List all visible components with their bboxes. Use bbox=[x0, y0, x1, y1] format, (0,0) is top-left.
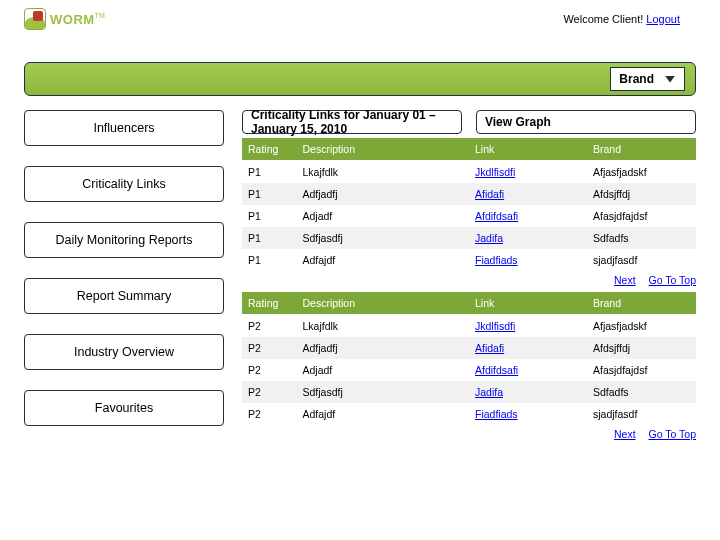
table-row: P1LkajfdlkJkdlfisdfiAfjasfjadskf bbox=[242, 161, 696, 184]
table-row: P1AdfjadfjAfidafiAfdsjffdj bbox=[242, 183, 696, 205]
table-row: P2SdfjasdfjJadifaSdfadfs bbox=[242, 381, 696, 403]
page-title: Criticality Links for January 01 – Janua… bbox=[242, 110, 462, 134]
chevron-down-icon bbox=[664, 73, 676, 85]
col-rating: Rating bbox=[242, 292, 296, 315]
table-p1: Rating Description Link Brand P1Lkajfdlk… bbox=[242, 138, 696, 271]
brand-bar: Brand bbox=[24, 62, 696, 96]
col-brand: Brand bbox=[587, 138, 696, 161]
view-graph-button[interactable]: View Graph bbox=[476, 110, 696, 134]
go-to-top-link[interactable]: Go To Top bbox=[649, 428, 696, 440]
row-link[interactable]: Afdifdsafi bbox=[475, 210, 518, 222]
next-link[interactable]: Next bbox=[614, 428, 636, 440]
header: WORMTM Welcome Client! Logout bbox=[0, 0, 720, 34]
nav-links-2: Next Go To Top bbox=[242, 425, 696, 446]
brand-dropdown-label: Brand bbox=[619, 72, 654, 86]
row-link[interactable]: Afidafi bbox=[475, 342, 504, 354]
table-row: P2AdfajdfFiadfiadssjadjfasdf bbox=[242, 403, 696, 425]
row-link[interactable]: Jkdlfisdfi bbox=[475, 166, 515, 178]
table-row: P2AdfjadfjAfidafiAfdsjffdj bbox=[242, 337, 696, 359]
sidebar-item-daily-monitoring-reports[interactable]: Daily Monitoring Reports bbox=[24, 222, 224, 258]
welcome-prefix: Welcome Client! bbox=[563, 13, 646, 25]
svg-marker-0 bbox=[665, 76, 675, 83]
col-link: Link bbox=[469, 138, 587, 161]
row-link[interactable]: Fiadfiads bbox=[475, 408, 518, 420]
content: Criticality Links for January 01 – Janua… bbox=[242, 110, 696, 446]
col-brand: Brand bbox=[587, 292, 696, 315]
welcome-text: Welcome Client! Logout bbox=[563, 13, 680, 25]
col-link: Link bbox=[469, 292, 587, 315]
logo-text: WORM bbox=[50, 12, 95, 27]
table-row: P1AdjadfAfdifdsafiAfasjdfajdsf bbox=[242, 205, 696, 227]
table-row: P2AdjadfAfdifdsafiAfasjdfajdsf bbox=[242, 359, 696, 381]
row-link[interactable]: Jadifa bbox=[475, 386, 503, 398]
row-link[interactable]: Jadifa bbox=[475, 232, 503, 244]
row-link[interactable]: Fiadfiads bbox=[475, 254, 518, 266]
col-desc: Description bbox=[296, 292, 469, 315]
sidebar-item-criticality-links[interactable]: Criticality Links bbox=[24, 166, 224, 202]
logo: WORMTM bbox=[24, 8, 105, 30]
logo-icon bbox=[24, 8, 46, 30]
table-row: P1SdfjasdfjJadifaSdfadfs bbox=[242, 227, 696, 249]
nav-links-1: Next Go To Top bbox=[242, 271, 696, 292]
logout-link[interactable]: Logout bbox=[646, 13, 680, 25]
sidebar-item-favourites[interactable]: Favourites bbox=[24, 390, 224, 426]
table-row: P2LkajfdlkJkdlfisdfiAfjasfjadskf bbox=[242, 315, 696, 338]
row-link[interactable]: Afidafi bbox=[475, 188, 504, 200]
col-rating: Rating bbox=[242, 138, 296, 161]
row-link[interactable]: Jkdlfisdfi bbox=[475, 320, 515, 332]
next-link[interactable]: Next bbox=[614, 274, 636, 286]
table-row: P1AdfajdfFiadfiadssjadjfasdf bbox=[242, 249, 696, 271]
sidebar-item-industry-overview[interactable]: Industry Overview bbox=[24, 334, 224, 370]
sidebar-item-report-summary[interactable]: Report Summary bbox=[24, 278, 224, 314]
logo-tm: TM bbox=[95, 12, 105, 19]
table-p2: Rating Description Link Brand P2Lkajfdlk… bbox=[242, 292, 696, 425]
go-to-top-link[interactable]: Go To Top bbox=[649, 274, 696, 286]
sidebar: Influencers Criticality Links Daily Moni… bbox=[24, 110, 224, 446]
sidebar-item-influencers[interactable]: Influencers bbox=[24, 110, 224, 146]
row-link[interactable]: Afdifdsafi bbox=[475, 364, 518, 376]
col-desc: Description bbox=[296, 138, 469, 161]
brand-dropdown[interactable]: Brand bbox=[610, 67, 685, 91]
